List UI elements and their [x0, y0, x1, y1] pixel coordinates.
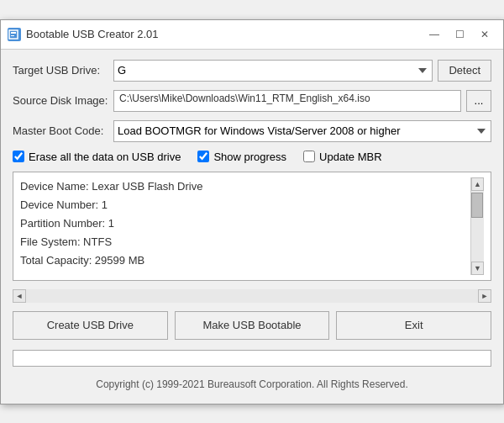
exit-button[interactable]: Exit [336, 311, 491, 340]
scroll-track [471, 191, 484, 262]
checkboxes-row: Erase all the data on USB drive Show pro… [13, 151, 491, 163]
close-button[interactable]: ✕ [473, 25, 496, 44]
create-usb-button[interactable]: Create USB Drive [13, 311, 168, 340]
progress-checkbox-item[interactable]: Show progress [197, 151, 286, 163]
erase-label: Erase all the data on USB drive [29, 151, 181, 163]
hscroll-left-button[interactable]: ◄ [13, 289, 26, 303]
progress-bar-container [13, 350, 491, 367]
make-bootable-button[interactable]: Make USB Bootable [175, 311, 330, 340]
target-usb-row: Target USB Drive: G Detect [13, 60, 491, 82]
update-mbr-label: Update MBR [319, 151, 381, 163]
source-disk-path[interactable]: C:\Users\Mike\Downloads\Win11_RTM_Englis… [113, 90, 461, 112]
target-usb-label: Target USB Drive: [13, 64, 113, 77]
info-box: Device Name: Lexar USB Flash Drive Devic… [13, 172, 491, 281]
update-mbr-checkbox-item[interactable]: Update MBR [303, 151, 381, 163]
minimize-button[interactable]: — [423, 25, 446, 44]
master-boot-select[interactable]: Load BOOTMGR for Windows Vista/Server 20… [113, 120, 491, 142]
window-title: Bootable USB Creator 2.01 [26, 28, 423, 40]
info-line-4: File System: NTFS [20, 233, 470, 251]
scroll-up-button[interactable]: ▲ [471, 177, 484, 191]
window-controls: — ☐ ✕ [423, 25, 496, 44]
scroll-down-button[interactable]: ▼ [471, 262, 484, 275]
progress-label: Show progress [213, 151, 286, 163]
erase-checkbox[interactable] [13, 151, 24, 162]
svg-rect-2 [11, 35, 14, 36]
source-disk-label: Source Disk Image: [13, 94, 113, 107]
info-line-3: Partition Number: 1 [20, 214, 470, 233]
hscroll-right-button[interactable]: ► [478, 289, 491, 303]
info-line-6: Free Disk Space: 29509 MB [20, 270, 470, 275]
scroll-thumb[interactable] [471, 193, 483, 218]
title-bar: Bootable USB Creator 2.01 — ☐ ✕ [1, 20, 503, 50]
target-usb-controls: G Detect [113, 60, 491, 82]
detect-button[interactable]: Detect [438, 60, 491, 82]
info-line-5: Total Capacity: 29599 MB [20, 251, 470, 270]
master-boot-row: Master Boot Code: Load BOOTMGR for Windo… [13, 120, 491, 142]
master-boot-controls: Load BOOTMGR for Windows Vista/Server 20… [113, 120, 491, 142]
erase-checkbox-item[interactable]: Erase all the data on USB drive [13, 151, 181, 163]
info-line-1: Device Name: Lexar USB Flash Drive [20, 177, 470, 196]
master-boot-label: Master Boot Code: [13, 124, 113, 137]
hscroll-track [26, 289, 478, 303]
info-text-content: Device Name: Lexar USB Flash Drive Devic… [20, 177, 470, 275]
action-buttons-row: Create USB Drive Make USB Bootable Exit [13, 311, 491, 340]
horizontal-scrollbar[interactable]: ◄ ► [13, 289, 491, 303]
info-line-2: Device Number: 1 [20, 196, 470, 214]
main-window: Bootable USB Creator 2.01 — ☐ ✕ Target U… [0, 19, 504, 404]
update-mbr-checkbox[interactable] [303, 151, 315, 162]
svg-rect-0 [9, 30, 18, 39]
copyright-text: Copyright (c) 1999-2021 Bureausoft Corpo… [13, 375, 491, 394]
maximize-button[interactable]: ☐ [448, 25, 471, 44]
target-usb-select[interactable]: G [113, 60, 433, 82]
source-disk-controls: C:\Users\Mike\Downloads\Win11_RTM_Englis… [113, 90, 491, 112]
svg-rect-1 [11, 32, 16, 34]
app-icon [8, 28, 21, 41]
browse-button[interactable]: ... [466, 90, 491, 112]
content-area: Target USB Drive: G Detect Source Disk I… [1, 50, 503, 404]
progress-checkbox[interactable] [197, 151, 209, 162]
vertical-scrollbar[interactable]: ▲ ▼ [470, 177, 484, 275]
source-disk-row: Source Disk Image: C:\Users\Mike\Downloa… [13, 90, 491, 112]
